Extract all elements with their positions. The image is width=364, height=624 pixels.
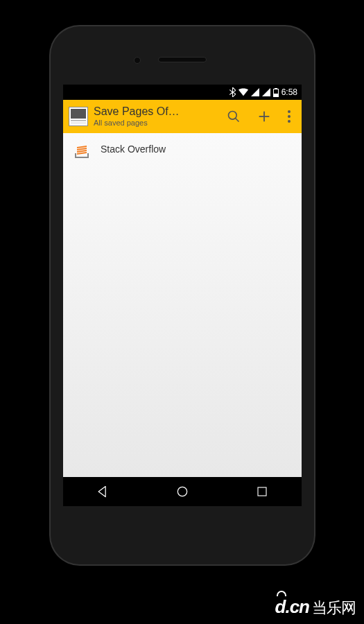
status-bar: 6:58	[63, 85, 302, 100]
app-title: Save Pages Of…	[94, 105, 216, 118]
signal-icon	[251, 88, 259, 96]
plus-icon	[257, 109, 272, 124]
svg-line-2	[236, 119, 239, 122]
bluetooth-icon	[229, 87, 236, 97]
app-bar: Save Pages Of… All saved pages	[63, 100, 302, 133]
svg-point-1	[229, 112, 237, 120]
list-item-label: Stack Overflow	[101, 144, 166, 155]
svg-point-5	[177, 487, 187, 496]
watermark-brand: d.cn	[275, 596, 309, 618]
status-time: 6:58	[281, 87, 297, 97]
phone-frame: 6:58 Save Pages Of… All saved pages	[51, 26, 314, 564]
recents-icon	[256, 485, 268, 498]
navigation-bar	[63, 477, 302, 506]
app-title-group: Save Pages Of… All saved pages	[94, 105, 216, 127]
recents-button[interactable]	[241, 477, 283, 506]
overflow-menu-button[interactable]	[282, 110, 296, 123]
list-item[interactable]: Stack Overflow	[63, 133, 302, 165]
content-area: Stack Overflow	[63, 133, 302, 477]
svg-rect-0	[274, 89, 278, 94]
add-button[interactable]	[252, 104, 277, 129]
svg-rect-6	[258, 487, 266, 496]
search-icon	[227, 110, 241, 123]
screen: 6:58 Save Pages Of… All saved pages	[63, 85, 302, 506]
stackoverflow-icon	[73, 140, 91, 158]
phone-speaker	[158, 57, 207, 62]
app-icon	[69, 107, 88, 126]
home-button[interactable]	[162, 477, 203, 506]
back-icon	[96, 485, 110, 499]
watermark-text: 当乐网	[312, 598, 356, 618]
wifi-icon	[239, 88, 248, 96]
back-button[interactable]	[82, 477, 123, 506]
watermark: d.cn 当乐网	[275, 596, 356, 618]
signal-icon-2	[262, 88, 270, 96]
battery-icon	[273, 88, 279, 97]
search-button[interactable]	[221, 104, 246, 129]
app-subtitle: All saved pages	[94, 119, 216, 128]
home-icon	[175, 485, 189, 499]
phone-camera	[134, 57, 141, 64]
